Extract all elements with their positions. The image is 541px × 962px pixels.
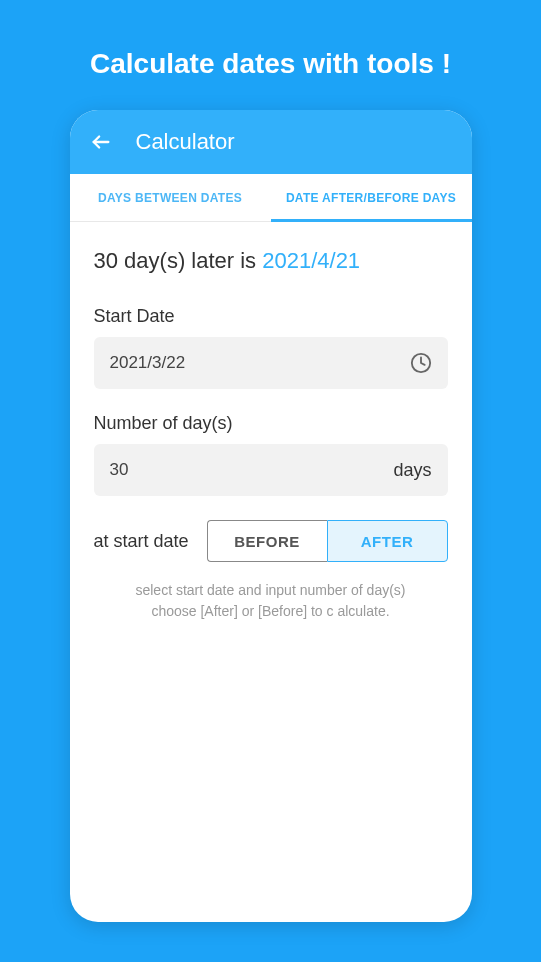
- toggle-row: at start date BEFORE AFTER: [94, 520, 448, 562]
- help-text: select start date and input number of da…: [94, 580, 448, 622]
- days-value: 30: [110, 460, 129, 480]
- back-icon[interactable]: [90, 131, 112, 153]
- phone-frame: Calculator DAYS BETWEEN DATES DATE AFTER…: [70, 110, 472, 922]
- toggle-label: at start date: [94, 531, 189, 552]
- help-line2: choose [After] or [Before] to c alculate…: [151, 603, 389, 619]
- page-title: Calculator: [136, 129, 235, 155]
- before-button[interactable]: BEFORE: [207, 520, 327, 562]
- toggle-buttons: BEFORE AFTER: [207, 520, 448, 562]
- result-text: 30 day(s) later is 2021/4/21: [94, 248, 448, 274]
- days-input[interactable]: 30 days: [94, 444, 448, 496]
- clock-icon: [410, 352, 432, 374]
- days-label: Number of day(s): [94, 413, 448, 434]
- start-date-label: Start Date: [94, 306, 448, 327]
- tab-days-between[interactable]: DAYS BETWEEN DATES: [70, 174, 271, 221]
- after-button[interactable]: AFTER: [327, 520, 448, 562]
- start-date-input[interactable]: 2021/3/22: [94, 337, 448, 389]
- help-line1: select start date and input number of da…: [135, 582, 405, 598]
- app-bar: Calculator: [70, 110, 472, 174]
- days-suffix: days: [393, 460, 431, 481]
- tab-bar: DAYS BETWEEN DATES DATE AFTER/BEFORE DAY…: [70, 174, 472, 222]
- content-area: 30 day(s) later is 2021/4/21 Start Date …: [70, 222, 472, 922]
- promo-title: Calculate dates with tools !: [90, 48, 451, 80]
- result-date: 2021/4/21: [262, 248, 360, 273]
- tab-date-after-before[interactable]: DATE AFTER/BEFORE DAYS: [271, 174, 472, 221]
- start-date-value: 2021/3/22: [110, 353, 186, 373]
- result-prefix: 30 day(s) later is: [94, 248, 263, 273]
